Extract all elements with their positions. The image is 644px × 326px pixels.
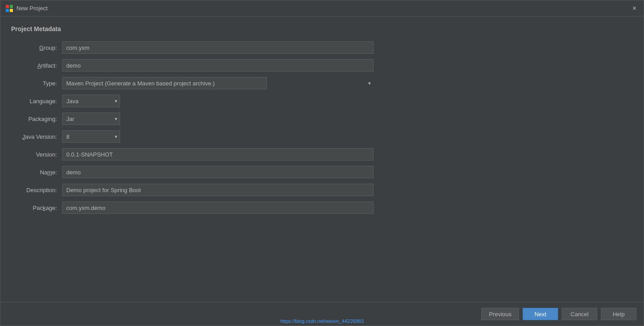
help-button[interactable]: Help — [601, 308, 636, 320]
artifact-label: Artifact: — [11, 62, 62, 69]
app-icon — [6, 5, 13, 12]
version-label: Version: — [11, 151, 62, 158]
name-input[interactable] — [62, 166, 374, 178]
artifact-input[interactable] — [62, 59, 374, 72]
language-select-wrapper: Java Kotlin Groovy — [62, 95, 120, 107]
description-label: Description: — [11, 187, 62, 193]
type-select-wrapper: Maven Project (Generate a Maven based pr… — [62, 77, 374, 89]
close-button[interactable]: × — [631, 4, 638, 13]
svg-rect-1 — [10, 5, 13, 8]
name-label: Name: — [11, 169, 62, 176]
dialog-content: Project Metadata Group: Artifact: Type: … — [0, 16, 644, 302]
java-version-row: Java Version: 8 11 17 21 — [11, 130, 633, 143]
dialog-title: New Project — [16, 5, 48, 12]
group-input[interactable] — [62, 41, 374, 54]
description-input[interactable] — [62, 184, 374, 196]
packaging-select-wrapper: Jar War — [62, 113, 120, 125]
type-label: Type: — [11, 80, 62, 87]
artifact-row: Artifact: — [11, 59, 633, 72]
package-input[interactable] — [62, 201, 374, 214]
packaging-label: Packaging: — [11, 116, 62, 122]
section-title: Project Metadata — [11, 25, 633, 32]
dialog-footer: https://blog.csdn.net/weixin_44226883 Pr… — [0, 302, 644, 326]
svg-rect-3 — [10, 9, 13, 12]
java-version-select-wrapper: 8 11 17 21 — [62, 130, 120, 143]
java-version-select[interactable]: 8 11 17 21 — [62, 130, 120, 143]
type-row: Type: Maven Project (Generate a Maven ba… — [11, 77, 633, 89]
svg-rect-0 — [6, 5, 9, 8]
version-input[interactable] — [62, 148, 374, 161]
language-select[interactable]: Java Kotlin Groovy — [62, 95, 120, 107]
name-row: Name: — [11, 166, 633, 178]
svg-rect-2 — [6, 9, 9, 12]
type-select[interactable]: Maven Project (Generate a Maven based pr… — [62, 77, 267, 89]
package-label: Package: — [11, 205, 62, 211]
new-project-dialog: New Project × Project Metadata Group: Ar… — [0, 0, 644, 326]
next-button[interactable]: Next — [523, 308, 558, 320]
group-row: Group: — [11, 41, 633, 54]
previous-button[interactable]: Previous — [481, 308, 519, 320]
cancel-button[interactable]: Cancel — [562, 308, 597, 320]
footer-link: https://blog.csdn.net/weixin_44226883 — [280, 318, 363, 324]
package-row: Package: — [11, 201, 633, 214]
language-row: Language: Java Kotlin Groovy — [11, 95, 633, 107]
packaging-row: Packaging: Jar War — [11, 113, 633, 125]
packaging-select[interactable]: Jar War — [62, 113, 120, 125]
version-row: Version: — [11, 148, 633, 161]
title-bar: New Project × — [0, 0, 644, 16]
language-label: Language: — [11, 98, 62, 105]
java-version-label: Java Version: — [11, 133, 62, 140]
description-row: Description: — [11, 184, 633, 196]
group-label: Group: — [11, 44, 62, 51]
